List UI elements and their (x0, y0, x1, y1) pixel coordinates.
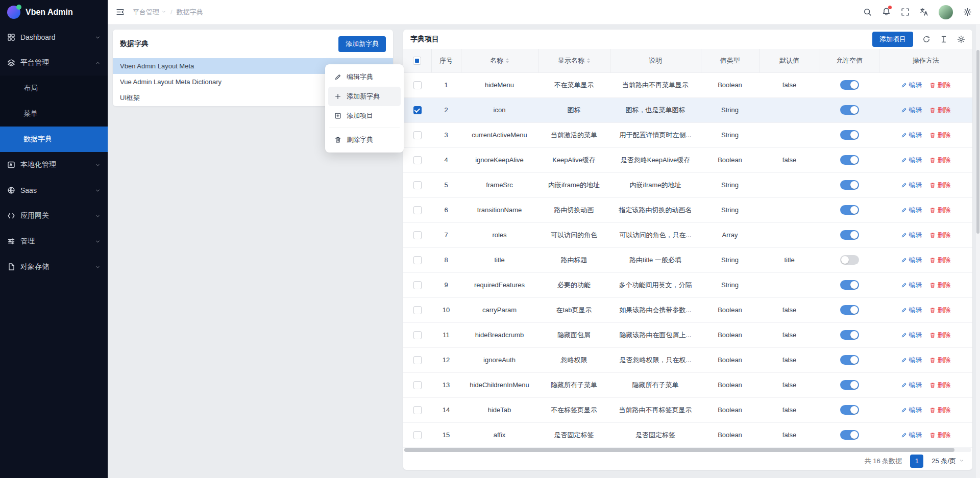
row-checkbox[interactable] (413, 231, 422, 239)
edit-button[interactable]: 编辑 (901, 106, 922, 115)
table-row[interactable]: 6transitionName路由切换动画指定该路由切换的动画名String编辑… (403, 197, 972, 222)
table-row[interactable]: 12ignoreAuth忽略权限是否忽略权限，只在权...Booleanfals… (403, 347, 972, 372)
sidebar-item-0[interactable]: Dashboard (0, 24, 108, 50)
allow-null-toggle[interactable] (840, 280, 859, 290)
context-menu-item-0[interactable]: 编辑字典 (328, 67, 401, 87)
row-checkbox[interactable] (413, 406, 422, 414)
breadcrumb-item-root[interactable]: 平台管理 (133, 8, 166, 17)
allow-null-toggle[interactable] (840, 155, 859, 165)
delete-button[interactable]: 删除 (929, 206, 951, 215)
row-height-icon[interactable] (940, 35, 948, 43)
avatar[interactable] (939, 5, 953, 19)
add-item-button[interactable]: 添加项目 (872, 32, 913, 47)
table-row[interactable]: 3currentActiveMenu当前激活的菜单用于配置详情页时左侧...St… (403, 122, 972, 147)
delete-button[interactable]: 删除 (929, 256, 951, 265)
sort-icons[interactable] (587, 58, 590, 63)
delete-button[interactable]: 删除 (929, 81, 951, 90)
page-button[interactable]: 1 (910, 455, 923, 468)
translate-icon[interactable] (920, 8, 928, 16)
sidebar-subitem-1-0[interactable]: 布局 (0, 76, 108, 101)
sort-desc-icon[interactable] (587, 61, 590, 63)
edit-button[interactable]: 编辑 (901, 406, 922, 415)
context-menu-item-3[interactable]: 删除字典 (328, 130, 401, 149)
allow-null-toggle[interactable] (840, 180, 859, 190)
row-checkbox[interactable] (413, 81, 422, 89)
delete-button[interactable]: 删除 (929, 131, 951, 140)
allow-null-toggle[interactable] (840, 205, 859, 215)
sort-desc-icon[interactable] (506, 61, 509, 63)
row-checkbox[interactable] (413, 306, 422, 314)
table-row[interactable]: 4ignoreKeepAliveKeepAlive缓存是否忽略KeepAlive… (403, 147, 972, 172)
edit-button[interactable]: 编辑 (901, 356, 922, 365)
delete-button[interactable]: 删除 (929, 281, 951, 290)
edit-button[interactable]: 编辑 (901, 381, 922, 390)
table-row[interactable]: 7roles可以访问的角色可以访问的角色，只在...Array编辑删除 (403, 222, 972, 247)
table-row[interactable]: 5frameSrc内嵌iframe的地址内嵌iframe的地址String编辑删… (403, 172, 972, 197)
edit-button[interactable]: 编辑 (901, 431, 922, 440)
allow-null-toggle[interactable] (840, 380, 859, 390)
row-checkbox[interactable] (413, 431, 422, 439)
row-checkbox[interactable] (413, 156, 422, 164)
row-checkbox[interactable] (413, 256, 422, 264)
delete-button[interactable]: 删除 (929, 181, 951, 190)
delete-button[interactable]: 删除 (929, 356, 951, 365)
table-row[interactable]: 10carryParam在tab页显示如果该路由会携带参数...Booleanf… (403, 297, 972, 322)
row-checkbox[interactable] (413, 206, 422, 214)
sidebar-item-5[interactable]: 管理 (0, 229, 108, 254)
table-row[interactable]: 8title路由标题路由title 一般必填Stringtitle编辑删除 (403, 247, 972, 272)
allow-null-toggle[interactable] (840, 355, 859, 365)
logo[interactable]: Vben Admin (0, 0, 108, 24)
row-checkbox[interactable] (413, 281, 422, 289)
edit-button[interactable]: 编辑 (901, 256, 922, 265)
add-dictionary-button[interactable]: 添加新字典 (338, 36, 386, 52)
fullscreen-icon[interactable] (901, 8, 910, 16)
table-row[interactable]: 11hideBreadcrumb隐藏面包屑隐藏该路由在面包屑上...Boolea… (403, 322, 972, 347)
sidebar-item-6[interactable]: 对象存储 (0, 254, 108, 280)
refresh-icon[interactable] (922, 35, 930, 43)
sidebar-item-1[interactable]: 平台管理 (0, 50, 108, 76)
sort-asc-icon[interactable] (506, 58, 509, 60)
delete-button[interactable]: 删除 (929, 306, 951, 315)
column-settings-gear-icon[interactable] (957, 35, 965, 43)
page-size-select[interactable]: 25 条/页 (932, 457, 964, 466)
sort-icons[interactable] (506, 58, 509, 63)
edit-button[interactable]: 编辑 (901, 281, 922, 290)
delete-button[interactable]: 删除 (929, 406, 951, 415)
sort-asc-icon[interactable] (587, 58, 590, 60)
notification-bell-icon[interactable] (882, 7, 891, 17)
delete-button[interactable]: 删除 (929, 331, 951, 340)
allow-null-toggle[interactable] (840, 130, 859, 140)
table-row[interactable]: 15affix是否固定标签是否固定标签Booleanfalse编辑删除 (403, 422, 972, 447)
row-checkbox[interactable] (413, 331, 422, 339)
edit-button[interactable]: 编辑 (901, 231, 922, 240)
delete-button[interactable]: 删除 (929, 156, 951, 165)
table-row[interactable]: 2icon图标图标，也是菜单图标String编辑删除 (403, 97, 972, 122)
allow-null-toggle[interactable] (840, 255, 859, 265)
allow-null-toggle[interactable] (840, 105, 859, 115)
delete-button[interactable]: 删除 (929, 381, 951, 390)
edit-button[interactable]: 编辑 (901, 81, 922, 90)
edit-button[interactable]: 编辑 (901, 131, 922, 140)
allow-null-toggle[interactable] (840, 405, 859, 415)
context-menu-item-1[interactable]: 添加新字典 (328, 87, 401, 106)
sidebar-subitem-1-2[interactable]: 数据字典 (0, 127, 108, 152)
table-row[interactable]: 13hideChildrenInMenu隐藏所有子菜单隐藏所有子菜单Boolea… (403, 372, 972, 397)
delete-button[interactable]: 删除 (929, 231, 951, 240)
table-row[interactable]: 9requiredFeatures必要的功能多个功能间用英文，分隔String编… (403, 272, 972, 297)
edit-button[interactable]: 编辑 (901, 331, 922, 340)
delete-button[interactable]: 删除 (929, 106, 951, 115)
allow-null-toggle[interactable] (840, 430, 859, 440)
edit-button[interactable]: 编辑 (901, 206, 922, 215)
select-all-checkbox[interactable] (413, 57, 421, 65)
vertical-scrollbar[interactable] (976, 24, 980, 478)
edit-button[interactable]: 编辑 (901, 156, 922, 165)
allow-null-toggle[interactable] (840, 305, 859, 315)
row-checkbox[interactable] (413, 106, 422, 114)
horizontal-scrollbar[interactable] (404, 448, 971, 452)
context-menu-item-2[interactable]: 添加项目 (328, 106, 401, 125)
table-row[interactable]: 1hideMenu不在菜单显示当前路由不再菜单显示Booleanfalse编辑删… (403, 72, 972, 97)
sidebar-item-2[interactable]: 本地化管理 (0, 152, 108, 178)
search-icon[interactable] (863, 8, 872, 16)
row-checkbox[interactable] (413, 381, 422, 389)
sidebar-subitem-1-1[interactable]: 菜单 (0, 101, 108, 127)
